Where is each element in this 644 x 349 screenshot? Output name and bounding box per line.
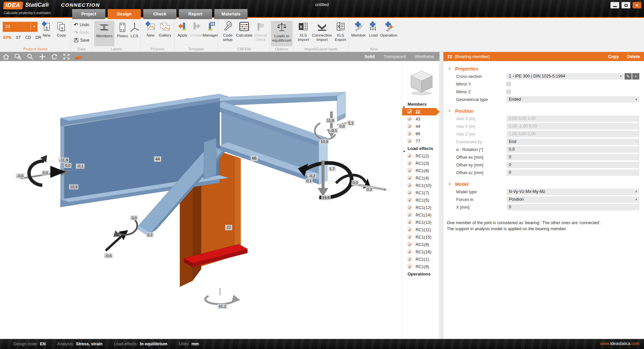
offset-ey-input[interactable]: 0 [506, 162, 639, 168]
tree-load-effect[interactable]: ✔RC1(5) [402, 197, 440, 204]
redo-button[interactable]: ↷ Redo [74, 30, 89, 35]
xls-import-button[interactable]: X XLS Import [296, 21, 311, 42]
tab-report[interactable]: Report [179, 9, 212, 19]
tree-load-effect[interactable]: ✔RC1(12) [402, 204, 440, 211]
tab-project[interactable]: Project [72, 9, 105, 19]
tree-member-22[interactable]: ✔ 22 [402, 108, 440, 115]
tree-load-effect[interactable]: ✔RC1(6) [402, 167, 440, 174]
check-icon: ✔ [408, 234, 412, 241]
tree-load-effect[interactable]: ✔RC1(11) [402, 226, 440, 234]
bearing-member-note: One member of the joint is considered as… [447, 220, 607, 232]
new-member-button[interactable]: Member [350, 21, 367, 38]
connected-by-select[interactable]: End ▼ [506, 139, 639, 145]
overall-check-button[interactable]: Overall check [253, 21, 268, 42]
tree-load-effect[interactable]: ✔RC1(3) [402, 160, 440, 167]
save-button[interactable]: Save [74, 38, 89, 43]
collapse-icon[interactable]: ▼ [448, 183, 451, 186]
viewport-3d[interactable]: 44 66 22 -0,6 0,0 -11,9 0,0 -0,1 10,9 0,… [0, 61, 402, 339]
tree-member-77[interactable]: ✔ 77 [402, 138, 440, 145]
render-mode-wireframe[interactable]: Wireframe [415, 54, 434, 59]
tree-load-effect[interactable]: ✔RC1(2) [402, 152, 440, 160]
copy-project-item-button[interactable]: Copy [54, 21, 68, 38]
copy-member-button[interactable]: Copy [608, 54, 619, 59]
cross-section-select[interactable]: 1 - IPE 300 | DIN 1025-5:1994 ▼ [506, 73, 624, 80]
tab-check[interactable]: Check [143, 9, 176, 19]
zoom-icon[interactable] [24, 53, 36, 61]
calculate-button[interactable]: Calculate [235, 21, 253, 38]
rotation-input[interactable]: 0,0 [506, 146, 639, 153]
nav-cube-icon[interactable] [404, 66, 438, 99]
website-link[interactable]: www.ideastatica.com [600, 341, 639, 346]
template-create-button[interactable]: Create [189, 21, 203, 38]
template-manager-button[interactable]: Manager [203, 21, 217, 38]
code-setup-button[interactable]: Code setup [220, 21, 235, 42]
xls-export-button[interactable]: X XLS Export [333, 21, 348, 42]
labels-plates-button[interactable]: Plates [116, 21, 129, 38]
minimize-button[interactable] [610, 2, 619, 8]
tree-group-operations[interactable]: Operations [402, 270, 440, 278]
tree-group-load-effects[interactable]: ◢ Load effects [402, 145, 440, 152]
new-operation-button[interactable]: Operation [380, 21, 398, 38]
new-project-item-button[interactable]: New [40, 21, 54, 38]
add-cross-section-button[interactable]: + [632, 73, 639, 80]
render-mode-transparent[interactable]: Transparent [383, 54, 406, 59]
tree-member-44[interactable]: ✔ 44 [402, 123, 440, 130]
model-type-select[interactable]: N-Vy-Vz-Mx-My-Mz ▼ [506, 189, 639, 195]
geometrical-type-select[interactable]: Ended ▼ [506, 96, 639, 103]
tab-design[interactable]: Design [108, 9, 141, 19]
x-position-input[interactable]: 0 [506, 204, 639, 210]
tree-load-effect[interactable]: ✔RC1(15) [402, 234, 440, 241]
rotate-icon[interactable] [48, 53, 60, 61]
collapse-icon[interactable]: ▼ [448, 109, 451, 113]
tree-member-66[interactable]: ✔ 66 [402, 130, 440, 138]
tree-load-effect[interactable]: ✔RC1(4) [402, 174, 440, 182]
zoom-window-icon[interactable] [12, 53, 24, 61]
offset-ex-input[interactable]: 0 [506, 154, 639, 160]
new-load-button[interactable]: Load [367, 21, 380, 38]
new-operation-icon [383, 21, 395, 33]
check-icon: ✔ [408, 138, 412, 145]
forces-in-select[interactable]: Position ▼ [506, 196, 639, 203]
close-button[interactable]: ✕ [633, 2, 641, 8]
picture-gallery-button[interactable]: Gallery [158, 21, 172, 38]
connection-import-button[interactable]: Connection Import [311, 21, 333, 42]
tree-load-effect[interactable]: ✔RC1(9) [402, 263, 440, 270]
tree-load-effect[interactable]: ✔RC1(13) [402, 219, 440, 226]
fit-view-icon[interactable] [60, 53, 72, 61]
panel-splitter[interactable] [439, 52, 443, 339]
labels-members-button[interactable]: Members [94, 21, 114, 46]
tree-load-effect[interactable]: ✔RC1(8) [402, 241, 440, 248]
picture-new-button[interactable]: New [144, 21, 157, 38]
clipping-brick-icon[interactable] [72, 53, 85, 61]
axis-z-field: 1,00 0,00 0,00 [506, 131, 639, 137]
tree-member-43[interactable]: ✔ 43 [402, 115, 440, 123]
code-st[interactable]: ST [16, 35, 21, 40]
home-view-icon[interactable] [0, 53, 12, 61]
tree-load-effect[interactable]: ✔RC1(14) [402, 211, 440, 219]
undo-button[interactable]: ↶ Undo [74, 22, 89, 27]
ribbon-tabs: Project Design Check Report Materials [72, 9, 248, 19]
force-label: 10,9 [69, 185, 78, 190]
collapse-icon[interactable]: ▼ [448, 67, 451, 70]
mirror-z-checkbox[interactable] [506, 90, 511, 94]
template-apply-button[interactable]: Apply [176, 21, 189, 38]
tree-load-effect[interactable]: ✔RC1(10) [402, 182, 440, 189]
tree-load-effect[interactable]: ✔RC1(1) [402, 256, 440, 263]
loads-in-equilibrium-button[interactable]: Loads in equilibrium [271, 21, 292, 46]
offset-ez-input[interactable]: 0 [506, 169, 639, 176]
tree-load-effect[interactable]: ✔RC1(7) [402, 189, 440, 197]
maximize-button[interactable] [622, 2, 630, 8]
pan-icon[interactable] [36, 53, 48, 61]
code-eps[interactable]: EPS [3, 35, 11, 40]
render-mode-solid[interactable]: Solid [365, 54, 375, 59]
tab-materials[interactable]: Materials [214, 9, 248, 19]
project-item-select[interactable]: 23 ▼ [3, 22, 38, 32]
code-cd[interactable]: CD [25, 35, 31, 40]
delete-member-button[interactable]: Delete [627, 54, 640, 59]
tree-load-effect[interactable]: ✔RC1(16) [402, 248, 440, 256]
edit-cross-section-button[interactable]: ✎ [625, 73, 632, 80]
dropdown-icon: ▼ [635, 98, 638, 101]
tree-group-members[interactable]: ◢ Members [402, 101, 440, 108]
labels-lcs-button[interactable]: LCS [129, 21, 140, 38]
mirror-y-checkbox[interactable] [506, 82, 511, 86]
